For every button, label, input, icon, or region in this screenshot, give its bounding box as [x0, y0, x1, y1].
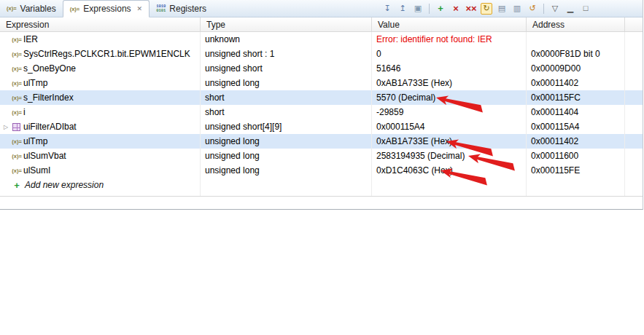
view-tab-bar: (x)= Variables (x)= Expressions ✕ 101001… — [0, 0, 643, 17]
tab-close-icon[interactable]: ✕ — [137, 5, 143, 12]
expression-row[interactable]: ▷ uiFilterADIbat unsigned short[4][9] 0x… — [0, 119, 643, 134]
cell-address: 0x000115FE — [527, 163, 625, 178]
tab-label: Expressions — [83, 4, 131, 14]
refresh-icon[interactable]: ↺ — [527, 3, 538, 15]
cell-address: 0x000115A4 — [527, 119, 625, 134]
cell-spacer — [625, 32, 643, 47]
cell-address: 0x00009D00 — [527, 61, 625, 76]
column-header-address[interactable]: Address — [527, 17, 625, 31]
value-text: 51646 — [376, 63, 400, 74]
cell-spacer — [625, 119, 643, 134]
cell-value[interactable]: 0xAB1A733E (Hex) — [372, 76, 527, 90]
cell-value[interactable]: 0x000115A4 — [372, 119, 527, 134]
value-text: 2583194935 (Decimal) — [376, 151, 465, 161]
tab-registers[interactable]: 10100101 Registers — [150, 0, 213, 17]
cell-address: 0x00011402 — [527, 76, 625, 90]
cell-expression: (x)= i — [0, 105, 201, 119]
add-expression-row[interactable]: + Add new expression — [0, 178, 643, 192]
expression-row[interactable]: (x)= i short -29859 0x00011404 — [0, 105, 643, 119]
expression-row[interactable]: (x)= s_OneByOne unsigned short 51646 0x0… — [0, 61, 643, 76]
expression-icon: (x)= — [10, 153, 23, 159]
remove-all-expressions-icon[interactable]: ×× — [465, 3, 477, 15]
column-header-spacer — [625, 17, 643, 31]
cell-type: unsigned long — [201, 149, 372, 163]
toolbar-separator — [543, 4, 544, 14]
tab-label: Registers — [169, 4, 206, 14]
cell-value[interactable]: Error: identifier not found: IER — [372, 32, 527, 47]
array-icon — [12, 123, 20, 131]
cell-value[interactable]: 0 — [372, 47, 527, 61]
expression-icon: (x)= — [10, 138, 23, 145]
value-text: 0 — [376, 49, 381, 59]
expression-row[interactable]: (x)= ulTmp unsigned long 0xAB1A733E (Hex… — [0, 134, 643, 149]
expression-row[interactable]: (x)= ulTmp unsigned long 0xAB1A733E (Hex… — [0, 76, 643, 90]
tab-variables[interactable]: (x)= Variables — [0, 0, 63, 17]
remove-expression-icon[interactable]: × — [450, 3, 462, 15]
cell-address: 0x00011600 — [527, 149, 625, 163]
cell-type: unsigned short : 1 — [201, 47, 372, 61]
pin-view-icon[interactable]: ▤ — [496, 3, 508, 15]
add-expression-label: Add new expression — [25, 180, 104, 190]
variables-tab-icon: (x)= — [7, 5, 17, 12]
value-text: 0xAB1A733E (Hex) — [376, 136, 452, 146]
cell-spacer — [625, 149, 643, 163]
cell-address: 0x0000F81D bit 0 — [527, 47, 625, 61]
column-header-expression[interactable]: Expression — [0, 17, 201, 31]
column-header-type[interactable]: Type — [201, 17, 372, 31]
expression-name: ulTmp — [23, 136, 47, 146]
expander-icon[interactable]: ▷ — [1, 124, 10, 130]
column-header-value[interactable]: Value — [372, 17, 527, 31]
cell-type: unsigned short[4][9] — [201, 119, 372, 134]
cell-expression: (x)= IER — [0, 32, 201, 47]
cell-spacer — [625, 178, 643, 192]
expression-name: ulSumI — [23, 165, 50, 176]
expression-name: s_OneByOne — [23, 63, 76, 74]
export-icon[interactable]: ↥ — [397, 3, 408, 15]
expression-icon: (x)= — [10, 66, 23, 72]
view-menu-icon[interactable]: ▽ — [549, 3, 561, 15]
view-toolbar: ↧↥▣+×××↻▤▥↺▽▁□ — [381, 0, 643, 17]
expression-rows: (x)= IER unknown Error: identifier not f… — [0, 32, 643, 178]
tab-expressions[interactable]: (x)= Expressions ✕ — [63, 0, 150, 17]
cell-value[interactable]: -29859 — [372, 105, 527, 119]
cell-expression: (x)= ulSumVbat — [0, 149, 201, 163]
expression-row[interactable]: (x)= s_FilterIndex short 5570 (Decimal) … — [0, 90, 643, 105]
expressions-view: (x)= Variables (x)= Expressions ✕ 101001… — [0, 0, 643, 210]
cell-address — [527, 32, 625, 47]
expressions-tab-icon: (x)= — [70, 6, 80, 12]
expression-row[interactable]: (x)= ulSumVbat unsigned long 2583194935 … — [0, 149, 643, 163]
cell-value[interactable]: 2583194935 (Decimal) — [372, 149, 527, 163]
cell-type: unsigned long — [201, 76, 372, 90]
value-text: 0x000115A4 — [376, 122, 425, 132]
minimize-icon[interactable]: ▁ — [565, 3, 576, 15]
cell-spacer — [625, 134, 643, 149]
cell-expression: (x)= s_FilterIndex — [0, 90, 201, 105]
expression-name: uiFilterADIbat — [23, 122, 77, 132]
cell-value[interactable]: 51646 — [372, 61, 527, 76]
cell-spacer — [625, 47, 643, 61]
expression-name: ulTmp — [23, 78, 47, 88]
table-header: Expression Type Value Address — [0, 17, 643, 32]
filler-cell — [201, 192, 372, 196]
add-expression-icon[interactable]: + — [435, 3, 446, 15]
import-icon[interactable]: ↧ — [381, 3, 393, 15]
expression-row[interactable]: (x)= ulSumI unsigned long 0xD1C4063C (He… — [0, 163, 643, 178]
expression-row[interactable]: (x)= IER unknown Error: identifier not f… — [0, 32, 643, 47]
browse-icon[interactable]: ▣ — [412, 3, 424, 15]
layout-icon[interactable]: ▥ — [511, 3, 523, 15]
cell-value[interactable]: 0xD1C4063C (Hex) — [372, 163, 527, 178]
toolbar-separator — [429, 4, 430, 14]
continuous-refresh-icon[interactable]: ↻ — [481, 3, 492, 15]
expression-icon: (x)= — [10, 36, 23, 43]
cell-spacer — [625, 76, 643, 90]
expression-icon: (x)= — [10, 80, 23, 87]
expression-row[interactable]: (x)= SysCtrlRegs.PCLKCR1.bit.EPWM1ENCLK … — [0, 47, 643, 61]
cell-spacer — [625, 61, 643, 76]
cell-spacer — [625, 105, 643, 119]
maximize-icon[interactable]: □ — [580, 3, 591, 15]
cell-value[interactable]: 0xAB1A733E (Hex) — [372, 134, 527, 149]
value-text: -29859 — [376, 107, 403, 117]
cell-value[interactable]: 5570 (Decimal) — [372, 90, 527, 105]
cell-value — [372, 178, 527, 192]
cell-type: short — [201, 105, 372, 119]
